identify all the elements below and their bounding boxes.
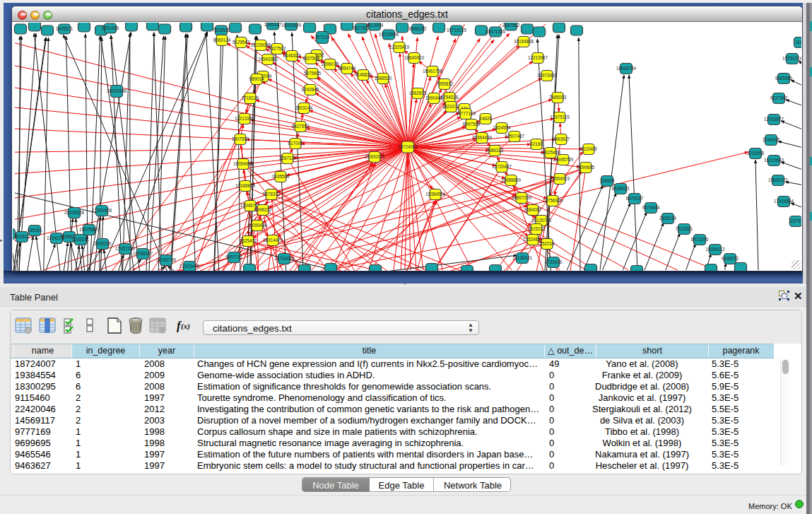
svg-text:16210643: 16210643: [764, 158, 784, 163]
svg-text:1244415: 1244415: [763, 137, 780, 142]
svg-text:12213369: 12213369: [235, 116, 255, 121]
svg-text:18640910: 18640910: [404, 55, 425, 60]
svg-text:8660124: 8660124: [213, 37, 231, 42]
svg-text:9129547: 9129547: [233, 40, 250, 45]
svg-text:10973493: 10973493: [537, 73, 558, 78]
svg-text:6794028: 6794028: [441, 95, 459, 100]
svg-text:16648784: 16648784: [616, 66, 637, 71]
svg-text:12923448: 12923448: [180, 264, 200, 269]
svg-text:16120746: 16120746: [531, 218, 552, 223]
svg-text:2691406: 2691406: [102, 25, 119, 30]
svg-text:8454749: 8454749: [339, 66, 356, 71]
svg-text:9329966: 9329966: [775, 76, 793, 81]
svg-text:2718126: 2718126: [242, 95, 259, 100]
svg-text:9457791: 9457791: [225, 255, 243, 259]
svg-text:1435594: 1435594: [272, 174, 290, 179]
svg-text:9146821: 9146821: [355, 72, 372, 77]
svg-text:14136141: 14136141: [512, 255, 533, 260]
svg-text:116753: 116753: [789, 218, 801, 223]
svg-text:19777109: 19777109: [456, 111, 476, 116]
svg-text:10958107: 10958107: [133, 251, 153, 256]
svg-text:17359928: 17359928: [92, 208, 112, 213]
svg-text:9227342: 9227342: [770, 95, 788, 100]
svg-text:7955812: 7955812: [436, 81, 454, 86]
svg-text:1733426: 1733426: [545, 259, 563, 264]
svg-text:10719155: 10719155: [447, 28, 467, 33]
svg-text:12033872: 12033872: [764, 117, 784, 122]
svg-text:7485003: 7485003: [549, 95, 567, 100]
svg-text:9684067: 9684067: [524, 207, 542, 212]
svg-text:8427552: 8427552: [292, 124, 310, 129]
svg-text:10025458: 10025458: [541, 150, 561, 155]
svg-text:13975115: 13975115: [550, 115, 570, 119]
svg-text:8813054: 8813054: [366, 23, 384, 28]
svg-text:9327502: 9327502: [269, 46, 286, 51]
svg-text:2803144: 2803144: [295, 105, 313, 110]
svg-text:6479197: 6479197: [626, 196, 644, 201]
svg-text:10507487: 10507487: [505, 134, 525, 139]
svg-text:20364436: 20364436: [472, 135, 493, 140]
svg-text:3267110: 3267110: [279, 156, 297, 160]
svg-text:9327508: 9327508: [302, 56, 320, 61]
svg-text:1588520: 1588520: [375, 76, 392, 81]
svg-text:1821072: 1821072: [442, 104, 460, 109]
svg-text:2687862: 2687862: [502, 23, 520, 28]
svg-text:9245072: 9245072: [722, 256, 739, 261]
svg-text:8242845: 8242845: [302, 87, 319, 92]
svg-text:16154808: 16154808: [514, 39, 534, 44]
svg-text:10053809: 10053809: [281, 23, 302, 28]
svg-text:10688609: 10688609: [501, 177, 522, 182]
svg-text:1807553: 1807553: [232, 136, 249, 141]
svg-text:19054985: 19054985: [233, 161, 254, 166]
svg-text:16914479: 16914479: [263, 238, 283, 243]
svg-text:18724007: 18724007: [398, 144, 418, 149]
svg-text:2935114: 2935114: [659, 216, 677, 221]
svg-text:15495759: 15495759: [553, 157, 574, 162]
svg-text:2505135: 2505135: [94, 241, 112, 246]
svg-text:1962635: 1962635: [409, 90, 427, 95]
svg-text:7886322: 7886322: [486, 148, 504, 153]
svg-text:7632621: 7632621: [676, 226, 693, 231]
svg-text:16961758: 16961758: [423, 69, 443, 74]
svg-text:5498222: 5498222: [254, 207, 272, 212]
svg-text:252214: 252214: [539, 241, 555, 246]
svg-text:15751074: 15751074: [782, 56, 801, 61]
svg-text:15720407: 15720407: [492, 164, 512, 169]
svg-text:13716485: 13716485: [274, 256, 295, 261]
svg-text:24626: 24626: [479, 116, 492, 121]
svg-text:435061: 435061: [27, 228, 42, 233]
svg-text:19218506: 19218506: [379, 32, 399, 37]
svg-text:12325419: 12325419: [389, 45, 410, 49]
svg-text:7625402: 7625402: [240, 238, 257, 243]
svg-text:6466160: 6466160: [409, 26, 427, 31]
svg-text:1615112: 1615112: [528, 226, 546, 231]
svg-text:19166825: 19166825: [235, 183, 256, 188]
svg-text:1145191: 1145191: [72, 237, 90, 242]
svg-text:5875685: 5875685: [304, 71, 322, 76]
svg-text:2396078: 2396078: [322, 62, 339, 66]
svg-text:16782759: 16782759: [156, 257, 177, 262]
svg-text:10671355: 10671355: [486, 29, 506, 34]
svg-text:17957253: 17957253: [115, 246, 136, 251]
svg-text:19756928: 19756928: [543, 198, 563, 203]
svg-text:17016504: 17016504: [774, 199, 794, 204]
svg-text:1065327: 1065327: [264, 23, 282, 27]
svg-text:9115460: 9115460: [580, 146, 598, 151]
svg-text:1824554: 1824554: [493, 125, 511, 130]
svg-text:15692971: 15692971: [768, 177, 789, 182]
svg-text:19384554: 19384554: [425, 192, 446, 197]
svg-text:8938923: 8938923: [612, 186, 630, 191]
svg-text:1405571: 1405571: [56, 26, 73, 31]
svg-text:8471676: 8471676: [691, 237, 709, 242]
svg-text:25300273: 25300273: [365, 154, 385, 159]
svg-text:817006: 817006: [288, 141, 303, 146]
svg-text:9463627: 9463627: [553, 136, 570, 141]
svg-text:(x): (x): [181, 322, 190, 331]
svg-text:6497508: 6497508: [463, 122, 481, 127]
svg-text:357224: 357224: [314, 35, 330, 40]
svg-text:19975867: 19975867: [79, 227, 100, 232]
svg-text:16099486: 16099486: [247, 223, 268, 228]
svg-text:1117: 1117: [795, 40, 801, 45]
svg-text:7515526: 7515526: [213, 28, 230, 33]
svg-text:62160: 62160: [530, 141, 543, 146]
